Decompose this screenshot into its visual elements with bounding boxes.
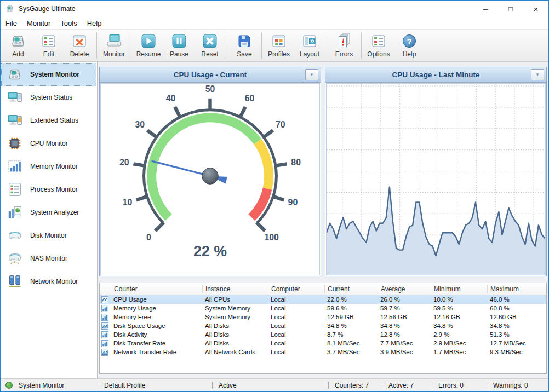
extended-status-icon	[7, 112, 23, 129]
header-counter[interactable]: Counter	[111, 285, 202, 293]
layout-button[interactable]: Layout	[294, 31, 325, 60]
sidebar-item-nas-monitor[interactable]: NAS Monitor	[1, 247, 96, 270]
table-cell: 12.16 GB	[431, 314, 487, 320]
reset-button[interactable]: Reset	[195, 31, 225, 60]
sidebar-item-system-status[interactable]: System Status	[1, 86, 96, 109]
table-row[interactable]: Memory FreeSystem MemoryLocal12.59 GB12.…	[100, 313, 546, 321]
pause-button[interactable]: Pause	[164, 31, 195, 60]
history-panel-header: CPU Usage - Last Minute ▼	[325, 67, 546, 83]
minimize-button[interactable]: ─	[473, 1, 498, 17]
table-row[interactable]: Disk Space UsageAll DisksLocal34.8 %34.8…	[100, 321, 546, 330]
reset-label: Reset	[201, 50, 218, 58]
monitor-button[interactable]: Monitor	[99, 31, 129, 60]
errors-button[interactable]: Errors	[329, 31, 359, 60]
errors-label: Errors	[335, 50, 353, 58]
sidebar-item-disk-monitor[interactable]: Disk Monitor	[1, 224, 96, 247]
status-state: Active	[213, 382, 237, 389]
svg-text:100: 100	[264, 233, 279, 242]
maximize-button[interactable]: □	[498, 1, 523, 17]
table-row[interactable]: CPU UsageAll CPUsLocal22.0 %26.0 %10.0 %…	[100, 295, 546, 304]
table-cell: 46.0 %	[487, 296, 546, 303]
profiles-button[interactable]: Profiles	[264, 31, 294, 60]
monitor-icon	[105, 32, 123, 50]
table-cell: 3.7 MB/Sec	[324, 349, 378, 355]
menu-monitor[interactable]: Monitor	[22, 17, 55, 29]
status-active-indicator-icon	[5, 382, 13, 389]
edit-label: Edit	[43, 50, 55, 58]
header-average[interactable]: Average	[378, 285, 431, 293]
header-maximum[interactable]: Maximum	[487, 285, 546, 293]
history-panel: CPU Usage - Last Minute ▼	[325, 67, 547, 276]
history-panel-menu-button[interactable]: ▼	[531, 69, 544, 80]
table-row[interactable]: Disk ActivityAll DisksLocal8.7 %12.8 %2.…	[100, 330, 546, 339]
sidebar: System Monitor System Status Extended St…	[1, 62, 98, 378]
table-cell: 7.7 MB/Sec	[378, 340, 431, 347]
sidebar-label: Memory Monitor	[30, 163, 78, 170]
sidebar-item-network-monitor[interactable]: Network Monitor	[1, 270, 96, 293]
help-label: Help	[403, 50, 416, 58]
menubar: File Monitor Tools Help	[1, 17, 548, 30]
header-current[interactable]: Current	[324, 285, 378, 293]
sidebar-item-system-analyzer[interactable]: System Analyzer	[1, 201, 96, 224]
toolbar-separator	[261, 32, 262, 59]
options-icon	[370, 32, 387, 50]
add-button[interactable]: Add	[3, 31, 33, 60]
sidebar-item-process-monitor[interactable]: Process Monitor	[1, 178, 96, 201]
delete-button[interactable]: Delete	[64, 31, 95, 60]
table-row[interactable]: Disk Transfer RateAll DisksLocal8.1 MB/S…	[100, 339, 546, 348]
sidebar-item-memory-monitor[interactable]: Memory Monitor	[1, 155, 96, 178]
status-warnings-section: Warnings: 0	[487, 379, 548, 391]
table-cell: 34.8 %	[324, 322, 378, 329]
edit-button[interactable]: Edit	[33, 31, 64, 60]
table-cell: 12.7 MB/Sec	[487, 340, 546, 347]
sidebar-item-system-monitor[interactable]: System Monitor	[1, 63, 96, 86]
table-cell: 10.0 %	[431, 296, 487, 303]
sidebar-label: Disk Monitor	[30, 232, 67, 239]
sidebar-item-cpu-monitor[interactable]: CPU Monitor	[1, 132, 96, 155]
sidebar-label: NAS Monitor	[30, 255, 67, 262]
sidebar-label: System Status	[30, 94, 72, 101]
table-row[interactable]: Memory UsageSystem MemoryLocal59.6 %59.7…	[100, 304, 546, 313]
counter-type-icon	[100, 314, 111, 321]
table-cell: Local	[268, 296, 324, 303]
counter-type-icon	[100, 296, 111, 303]
menu-file[interactable]: File	[1, 17, 22, 29]
header-computer[interactable]: Computer	[268, 285, 324, 293]
history-panel-title: CPU Usage - Last Minute	[392, 71, 480, 79]
menu-tools[interactable]: Tools	[55, 17, 82, 29]
cpu-gauge: 010203040506070809010022 %	[100, 83, 320, 275]
table-cell: System Memory	[202, 305, 268, 312]
reset-icon	[201, 32, 219, 50]
chevron-down-icon: ▼	[535, 73, 540, 77]
header-minimum[interactable]: Minimum	[431, 285, 487, 293]
table-cell: Local	[268, 331, 324, 338]
menu-help[interactable]: Help	[82, 17, 107, 29]
profiles-label: Profiles	[268, 50, 290, 58]
counter-table: Counter Instance Computer Current Averag…	[99, 283, 547, 374]
svg-text:22 %: 22 %	[193, 243, 227, 260]
toolbar-separator	[96, 32, 97, 59]
table-cell: Local	[268, 340, 324, 347]
chevron-down-icon: ▼	[310, 73, 314, 77]
save-icon	[236, 32, 253, 50]
help-button[interactable]: ? Help	[394, 31, 425, 60]
close-button[interactable]: ×	[523, 1, 548, 17]
table-cell: Memory Free	[111, 314, 202, 320]
table-cell: Local	[268, 349, 324, 355]
header-instance[interactable]: Instance	[202, 285, 268, 293]
resume-label: Resume	[136, 50, 161, 58]
table-cell: 9.3 MB/Sec	[487, 349, 546, 355]
resume-button[interactable]: Resume	[133, 31, 164, 60]
save-button[interactable]: Save	[229, 31, 260, 60]
status-active: Active: 7	[382, 382, 414, 389]
memory-monitor-icon	[7, 158, 23, 175]
sidebar-item-extended-status[interactable]: Extended Status	[1, 109, 96, 132]
table-row[interactable]: Network Transfer RateAll Network CardsLo…	[100, 348, 546, 356]
options-button[interactable]: Options	[363, 31, 394, 60]
toolbar-separator	[327, 32, 327, 59]
table-cell: Local	[268, 322, 324, 329]
toolbar-separator	[131, 32, 131, 59]
toolbar: Add Edit Delete	[1, 30, 548, 62]
table-cell: 34.8 %	[378, 322, 431, 329]
gauge-panel-menu-button[interactable]: ▼	[305, 69, 318, 80]
